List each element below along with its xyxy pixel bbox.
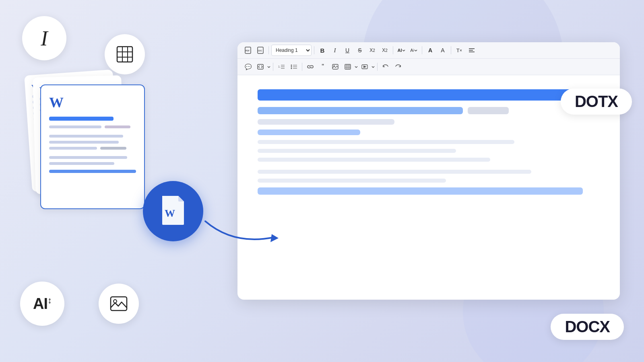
toolbar-row-1: PDF DOC Heading 1 Heading 2 Heading 3 No… — [237, 42, 620, 59]
word-file-circle: W — [143, 181, 203, 241]
italic-icon: I — [41, 27, 47, 50]
docx-label: DOCX — [565, 318, 610, 335]
underline-button[interactable]: U — [342, 45, 353, 56]
superscript-button[interactable]: X2 — [379, 45, 390, 56]
word-file-icon: W — [159, 194, 187, 228]
bold-button[interactable]: B — [317, 45, 328, 56]
link-button[interactable] — [305, 61, 316, 72]
separator-2 — [314, 46, 314, 54]
svg-point-23 — [291, 68, 292, 69]
table-icon — [116, 45, 134, 64]
doc-line-7 — [49, 156, 127, 159]
svg-point-22 — [291, 66, 292, 68]
clear-format-button[interactable]: T× — [454, 45, 465, 56]
svg-text:W: W — [165, 208, 175, 219]
separator-8 — [377, 63, 378, 71]
heading-select[interactable]: Heading 1 Heading 2 Heading 3 Normal — [271, 45, 312, 56]
doc-line-8 — [49, 162, 114, 165]
svg-rect-29 — [345, 64, 351, 69]
unordered-list-button[interactable] — [288, 61, 299, 72]
align-button[interactable] — [466, 45, 477, 56]
dotx-label-container: DOTX — [561, 88, 632, 115]
separator-5 — [451, 46, 451, 54]
image-button[interactable] — [330, 61, 341, 72]
svg-marker-8 — [270, 234, 279, 242]
content-bar-blue-bottom — [258, 187, 583, 195]
highlight-button[interactable]: A — [437, 45, 448, 56]
separator-3 — [393, 46, 393, 54]
image-icon — [109, 296, 128, 312]
comment-button[interactable]: 💬 — [242, 61, 254, 72]
doc-line-5 — [49, 147, 97, 150]
doc-w-front: W — [49, 94, 136, 111]
doc-line-4 — [49, 141, 119, 144]
content-bar-gray-2 — [258, 140, 514, 144]
table-button[interactable] — [342, 61, 353, 72]
svg-text:DOC: DOC — [258, 49, 262, 52]
content-bar-gray-3 — [258, 149, 456, 153]
embed-button[interactable] — [255, 61, 266, 72]
content-bar-blue-mid — [258, 107, 463, 114]
content-bar-blue-short — [258, 130, 360, 135]
content-bar-gray-side — [468, 107, 509, 114]
content-bar-gray-5 — [258, 170, 531, 174]
table-float-circle — [105, 34, 145, 74]
arrow-graphic — [201, 213, 290, 253]
content-bar-gray-1 — [258, 119, 394, 125]
strikethrough-button[interactable]: S — [354, 45, 365, 56]
media-dropdown-icon[interactable] — [372, 65, 375, 68]
ai-text-icon: AI↕ — [33, 295, 52, 313]
doc-heading-bar — [49, 117, 114, 121]
content-bar-gray-4 — [258, 158, 490, 162]
editor-panel: PDF DOC Heading 1 Heading 2 Heading 3 No… — [237, 42, 620, 300]
ai-button-2[interactable]: Ai — [408, 45, 419, 56]
svg-rect-5 — [111, 297, 127, 311]
svg-text:1.: 1. — [278, 65, 281, 68]
content-row-1 — [258, 107, 600, 114]
subscript-button[interactable]: X2 — [367, 45, 378, 56]
svg-text:PDF: PDF — [246, 49, 250, 52]
ai-float-circle: AI↕ — [20, 282, 64, 326]
doc-button[interactable]: DOC — [255, 45, 266, 56]
embed-dropdown-icon[interactable] — [267, 65, 270, 68]
doc-line-6 — [100, 147, 126, 150]
doc-line-3 — [49, 135, 123, 138]
doc-bottom-bar — [49, 170, 136, 173]
doc-front: W — [40, 84, 145, 209]
ai-button-1[interactable]: AI — [396, 45, 407, 56]
svg-point-21 — [291, 65, 292, 66]
svg-rect-0 — [117, 47, 132, 62]
pdf-button[interactable]: PDF — [242, 45, 254, 56]
media-button[interactable] — [359, 61, 370, 72]
separator-6 — [273, 63, 273, 71]
separator-7 — [302, 63, 302, 71]
dotx-label: DOTX — [575, 93, 618, 110]
italic-button[interactable]: I — [329, 45, 341, 56]
toolbar-row-2: 💬 1. " — [237, 59, 620, 75]
content-section-2 — [258, 170, 600, 195]
docx-label-container: DOCX — [551, 314, 624, 340]
separator-4 — [422, 46, 422, 54]
ordered-list-button[interactable]: 1. — [276, 61, 287, 72]
content-heading-bar — [258, 89, 600, 101]
redo-button[interactable] — [392, 61, 404, 72]
image-float-circle — [99, 284, 139, 324]
separator-1 — [268, 46, 269, 54]
blockquote-button[interactable]: " — [317, 61, 328, 72]
font-color-button[interactable]: A — [425, 45, 436, 56]
doc-line-1 — [49, 125, 101, 128]
content-bar-gray-6 — [258, 179, 446, 183]
undo-button[interactable] — [380, 61, 391, 72]
italic-float-circle: I — [22, 16, 66, 60]
doc-line-2 — [105, 125, 131, 128]
table-dropdown-icon[interactable] — [355, 65, 358, 68]
svg-marker-35 — [363, 66, 367, 68]
